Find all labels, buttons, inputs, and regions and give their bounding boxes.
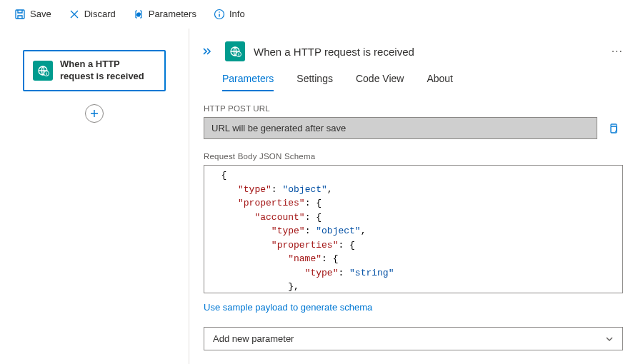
designer-canvas: When a HTTP request is received bbox=[0, 29, 189, 364]
schema-field-label: Request Body JSON Schema bbox=[204, 152, 623, 161]
add-step-button[interactable] bbox=[85, 104, 104, 123]
save-button[interactable]: Save bbox=[7, 4, 59, 24]
http-request-icon bbox=[225, 41, 245, 61]
info-icon bbox=[214, 9, 225, 20]
editor-header: When a HTTP request is received ··· bbox=[199, 41, 627, 61]
info-button[interactable]: Info bbox=[206, 4, 252, 24]
chevron-down-icon bbox=[605, 335, 614, 343]
parameters-label: Parameters bbox=[149, 9, 196, 19]
trigger-editor-pane: When a HTTP request is received ··· Para… bbox=[189, 29, 643, 364]
svg-rect-0 bbox=[16, 10, 24, 19]
collapse-pane-button[interactable] bbox=[199, 46, 214, 56]
save-icon bbox=[14, 9, 26, 20]
use-sample-payload-link[interactable]: Use sample payload to generate schema bbox=[204, 302, 372, 313]
more-menu-button[interactable]: ··· bbox=[607, 42, 627, 61]
json-schema-textarea[interactable]: { "type": "object", "properties": { "acc… bbox=[204, 165, 623, 293]
svg-point-4 bbox=[219, 11, 220, 13]
discard-icon bbox=[69, 9, 80, 20]
tab-settings[interactable]: Settings bbox=[296, 73, 333, 91]
discard-label: Discard bbox=[84, 9, 116, 19]
tab-about[interactable]: About bbox=[427, 73, 453, 91]
editor-title: When a HTTP request is received bbox=[254, 46, 599, 58]
top-toolbar: Save Discard @ Parameters Info bbox=[0, 0, 643, 29]
url-field-label: HTTP POST URL bbox=[204, 104, 623, 113]
http-post-url-field[interactable]: URL will be generated after save bbox=[204, 117, 597, 139]
add-new-parameter-dropdown[interactable]: Add new parameter bbox=[204, 327, 623, 350]
http-request-icon bbox=[33, 61, 53, 81]
svg-text:@: @ bbox=[136, 12, 141, 16]
parameters-panel: HTTP POST URL URL will be generated afte… bbox=[199, 104, 627, 364]
trigger-card[interactable]: When a HTTP request is received bbox=[23, 50, 166, 91]
info-label: Info bbox=[229, 9, 245, 19]
copy-url-button[interactable] bbox=[603, 117, 623, 139]
discard-button[interactable]: Discard bbox=[61, 4, 123, 24]
add-new-parameter-label: Add new parameter bbox=[213, 333, 294, 344]
tab-parameters[interactable]: Parameters bbox=[222, 73, 274, 91]
editor-tabs: Parameters Settings Code View About bbox=[199, 73, 627, 91]
parameters-button[interactable]: @ Parameters bbox=[126, 4, 204, 24]
main-content: When a HTTP request is received When a H… bbox=[0, 29, 643, 364]
save-label: Save bbox=[30, 9, 51, 19]
parameters-icon: @ bbox=[133, 9, 144, 20]
tab-codeview[interactable]: Code View bbox=[356, 73, 404, 91]
trigger-card-title: When a HTTP request is received bbox=[60, 59, 156, 83]
